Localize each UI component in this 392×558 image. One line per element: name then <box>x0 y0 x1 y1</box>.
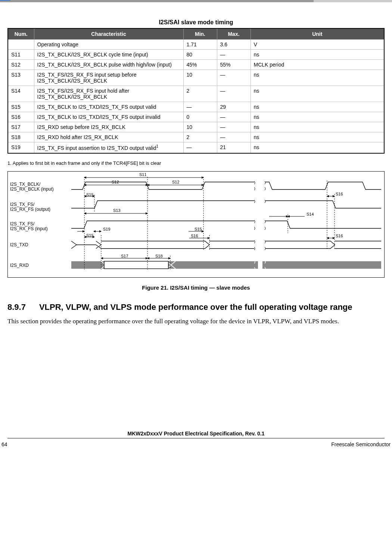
table-row: S14I2S_TX_FS/I2S_RX_FS input hold after … <box>8 86 384 102</box>
marker: S18 <box>155 254 163 258</box>
cell-num <box>8 40 34 50</box>
table-row: Operating voltage1.713.6V <box>8 40 384 50</box>
table-footnote: 1. Applies to first bit in each frame an… <box>7 160 385 166</box>
marker: S13 <box>113 208 121 213</box>
col-num: Num. <box>8 28 34 40</box>
cell-char: I2S_TX_BCLK/I2S_RX_BCLK pulse width high… <box>34 60 183 70</box>
cell-unit: ns <box>251 122 384 132</box>
table-row: S12I2S_TX_BCLK/I2S_RX_BCLK pulse width h… <box>8 60 384 70</box>
cell-char: Operating voltage <box>34 40 183 50</box>
marker: S16 <box>191 234 198 238</box>
marker: S12 <box>112 180 119 184</box>
cell-num: S12 <box>8 60 34 70</box>
cell-unit: ns <box>251 112 384 122</box>
cell-min: — <box>183 142 217 153</box>
page-accent <box>0 0 10 0</box>
timing-svg <box>8 172 383 277</box>
marker: S14 <box>307 212 314 216</box>
cell-num: S19 <box>8 142 34 153</box>
cell-unit: ns <box>251 50 384 60</box>
timing-table: Num. Characteristic Min. Max. Unit Opera… <box>7 28 385 154</box>
table-row: S13I2S_TX_FS/I2S_RX_FS input setup befor… <box>8 70 384 86</box>
cell-char: I2S_TX_FS/I2S_RX_FS input setup before I… <box>34 70 183 86</box>
cell-unit: ns <box>251 102 384 112</box>
cell-unit: ns <box>251 142 384 153</box>
cell-max: — <box>217 70 251 86</box>
page-footer: MKW2xDxxxV Product Electrical Specificat… <box>0 431 392 447</box>
section-heading: 8.9.7 VLPR, VLPW, and VLPS mode performa… <box>7 302 385 312</box>
col-char: Characteristic <box>34 28 183 40</box>
marker: S17 <box>121 254 128 258</box>
cell-max: — <box>217 122 251 132</box>
cell-min: 10 <box>183 70 217 86</box>
table-row: S15I2S_TX_BCLK to I2S_TXD/I2S_TX_FS outp… <box>8 102 384 112</box>
col-unit: Unit <box>251 28 384 40</box>
cell-max: 21 <box>217 142 251 153</box>
footer-page-number: 64 <box>1 441 7 447</box>
table-row: S19I2S_TX_FS input assertion to I2S_TXD … <box>8 142 384 153</box>
cell-char: I2S_TX_FS input assertion to I2S_TXD out… <box>34 142 183 153</box>
table-row: S18I2S_RXD hold after I2S_RX_BCLK2—ns <box>8 132 384 142</box>
cell-char: I2S_TX_BCLK to I2S_TXD/I2S_TX_FS output … <box>34 102 183 112</box>
cell-char: I2S_RXD setup before I2S_RX_BCLK <box>34 122 183 132</box>
page-top-bar <box>0 0 392 2</box>
cell-unit: ns <box>251 86 384 102</box>
section-body: This section provides the operating perf… <box>7 317 385 326</box>
svg-rect-1 <box>104 261 168 269</box>
marker: S19 <box>103 227 111 231</box>
cell-min: 2 <box>183 86 217 102</box>
marker: S15 <box>86 192 94 197</box>
svg-rect-2 <box>258 261 262 269</box>
marker: S15 <box>195 227 202 231</box>
cell-char: I2S_TX_FS/I2S_RX_FS input hold after I2S… <box>34 86 183 102</box>
cell-num: S17 <box>8 122 34 132</box>
cell-num: S18 <box>8 132 34 142</box>
marker: S16 <box>336 192 343 196</box>
cell-min: — <box>183 102 217 112</box>
cell-unit: MCLK period <box>251 60 384 70</box>
cell-max: — <box>217 132 251 142</box>
cell-num: S13 <box>8 70 34 86</box>
cell-max: 3.6 <box>217 40 251 50</box>
table-row: S16I2S_TX_BCLK to I2S_TXD/I2S_TX_FS outp… <box>8 112 384 122</box>
cell-num: S16 <box>8 112 34 122</box>
cell-min: 45% <box>183 60 217 70</box>
cell-unit: ns <box>251 70 384 86</box>
cell-min: 2 <box>183 132 217 142</box>
cell-min: 1.71 <box>183 40 217 50</box>
cell-min: 0 <box>183 112 217 122</box>
marker: S11 <box>139 172 147 177</box>
table-header-row: Num. Characteristic Min. Max. Unit <box>8 28 384 40</box>
cell-max: — <box>217 50 251 60</box>
section-title: VLPR, VLPW, and VLPS mode performance ov… <box>39 302 352 312</box>
cell-max: 29 <box>217 102 251 112</box>
cell-num: S15 <box>8 102 34 112</box>
cell-unit: V <box>251 40 384 50</box>
marker: S15 <box>86 233 94 238</box>
cell-char: I2S_TX_BCLK/I2S_RX_BCLK cycle time (inpu… <box>34 50 183 60</box>
cell-unit: ns <box>251 132 384 142</box>
marker: S16 <box>336 234 343 238</box>
cell-min: 80 <box>183 50 217 60</box>
col-min: Min. <box>183 28 217 40</box>
timing-diagram: I2S_TX_BCLK/I2S_RX_BCLK (input) I2S_TX_F… <box>7 171 385 278</box>
footer-doc-title: MKW2xDxxxV Product Electrical Specificat… <box>7 431 385 438</box>
table-title: I2S/SAI slave mode timing <box>7 19 385 26</box>
cell-char: I2S_TX_BCLK to I2S_TXD/I2S_TX_FS output … <box>34 112 183 122</box>
cell-max: 55% <box>217 60 251 70</box>
table-row: S11I2S_TX_BCLK/I2S_RX_BCLK cycle time (i… <box>8 50 384 60</box>
cell-num: S14 <box>8 86 34 102</box>
cell-max: — <box>217 86 251 102</box>
cell-min: 10 <box>183 122 217 132</box>
col-max: Max. <box>217 28 251 40</box>
cell-max: — <box>217 112 251 122</box>
marker: S12 <box>172 180 180 184</box>
footer-company: Freescale Semiconductor <box>331 441 391 447</box>
cell-char: I2S_RXD hold after I2S_RX_BCLK <box>34 132 183 142</box>
figure-caption: Figure 21. I2S/SAI timing — slave modes <box>7 284 385 291</box>
section-number: 8.9.7 <box>7 302 26 312</box>
table-row: S17I2S_RXD setup before I2S_RX_BCLK10—ns <box>8 122 384 132</box>
cell-num: S11 <box>8 50 34 60</box>
